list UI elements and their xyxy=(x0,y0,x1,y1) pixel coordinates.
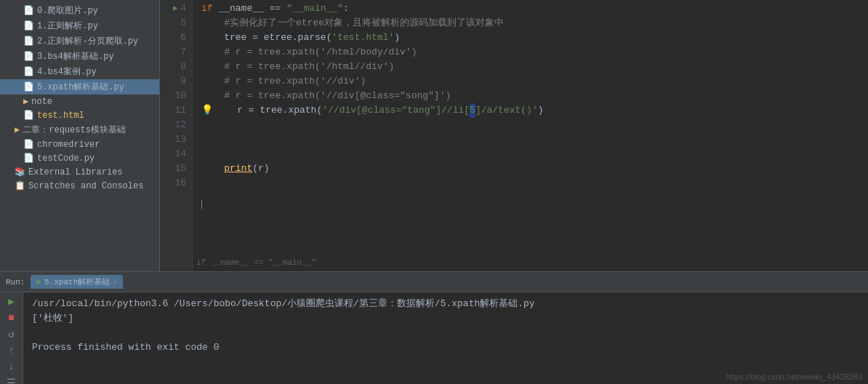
run-scroll-up-button[interactable]: ↑ xyxy=(4,345,19,356)
file-icon: 📄 xyxy=(23,139,34,150)
run-arrow-icon: ▶ xyxy=(173,1,177,16)
sidebar-item-label: 1.正则解析.py xyxy=(37,20,98,32)
sidebar: 📄 0.爬取图片.py 📄 1.正则解析.py 📄 2.正则解析-分页爬取.py… xyxy=(0,0,160,271)
code-line-12 xyxy=(201,118,868,132)
line-num-16: 16 xyxy=(166,176,186,191)
sidebar-item-label: note xyxy=(31,97,52,107)
dunder-name: __name__ xyxy=(218,1,263,16)
run-toolbar: ▶ ■ ↺ ↑ ↓ ☰ ✕ xyxy=(0,292,23,384)
py-icon: 📄 xyxy=(23,36,34,47)
sidebar-item-label: 3.bs4解析基础.py xyxy=(37,50,114,63)
main-str: "__main__" xyxy=(286,1,343,16)
py-icon: 📄 xyxy=(23,153,34,164)
code-line-8: # r = tree.xpath('/html//div') xyxy=(201,60,868,74)
py-icon: 📄 xyxy=(23,66,34,77)
output-result-line: ['杜牧'] xyxy=(32,311,859,326)
xpath-str-part1: '//div[@class="tang"]//li[ xyxy=(322,103,470,118)
sidebar-item-regex[interactable]: 📄 1.正则解析.py xyxy=(0,18,159,33)
sidebar-item-bs4-case[interactable]: 📄 4.bs4案例.py xyxy=(0,64,159,79)
sidebar-item-label: test.html xyxy=(37,111,84,121)
line-numbers: ▶ 4 5 6 7 8 9 10 11 12 13 14 15 xyxy=(160,0,193,271)
watermark: https://blog.csdn.net/weixin_43428283 xyxy=(726,372,862,381)
sidebar-item-note[interactable]: ▶ note xyxy=(0,95,159,108)
keyword-if: if xyxy=(201,1,218,16)
line-num-15: 15 xyxy=(166,161,186,176)
code-line-11: 💡 r = tree.xpath('//div[@class="tang"]//… xyxy=(201,103,868,118)
xpath-highlight: 5 xyxy=(470,103,475,118)
bottom-panel: Run: ▶ 5.xpath解析基础 ✕ ▶ ■ ↺ ↑ ↓ ☰ ✕ /usr/… xyxy=(0,271,868,384)
code-line-7: # r = tree.xpath('/html/body/div') xyxy=(201,45,868,60)
line-num-8: 8 xyxy=(166,60,186,74)
folder-icon: ▶ xyxy=(23,96,28,107)
output-blank-line xyxy=(32,326,859,340)
run-settings-button[interactable]: ☰ xyxy=(4,377,19,384)
line-num-5: 5 xyxy=(166,16,186,31)
sidebar-item-label: chromedriver xyxy=(37,140,100,150)
sidebar-item-external-libs[interactable]: 📚 External Libraries xyxy=(0,165,159,179)
comment-line7: # r = tree.xpath('/html/body/div') xyxy=(201,45,417,60)
close-tab-icon[interactable]: ✕ xyxy=(113,278,117,287)
sidebar-item-label: Scratches and Consoles xyxy=(28,181,143,191)
sidebar-item-label: 4.bs4案例.py xyxy=(37,65,97,78)
html-icon: 📄 xyxy=(23,110,34,121)
code-line-13 xyxy=(201,132,868,147)
sidebar-item-crawl-image[interactable]: 📄 0.爬取图片.py xyxy=(0,3,159,18)
sidebar-item-label: 二章：requests模块基础 xyxy=(23,124,126,136)
tab-name: 5.xpath解析基础 xyxy=(44,276,110,287)
code-line-4: if __name__ == "__main__": xyxy=(201,1,868,16)
py-icon: 📄 xyxy=(23,81,34,92)
line-num-6: 6 xyxy=(166,31,186,45)
run-stop-button[interactable]: ■ xyxy=(4,312,19,324)
code-line-16 xyxy=(201,176,868,191)
code-line-14 xyxy=(201,147,868,161)
tab-icon: ▶ xyxy=(36,277,41,287)
run-scroll-down-button[interactable]: ↓ xyxy=(4,361,19,372)
sidebar-item-bs4[interactable]: 📄 3.bs4解析基础.py xyxy=(0,49,159,64)
output-process-line: Process finished with exit code 0 xyxy=(32,340,859,355)
sidebar-item-regex2[interactable]: 📄 2.正则解析-分页爬取.py xyxy=(0,33,159,49)
code-editor: ▶ 4 5 6 7 8 9 10 11 12 13 14 15 xyxy=(160,0,868,271)
code-content[interactable]: if __name__ == "__main__": #实例化好了一个etree… xyxy=(193,0,868,271)
run-rerun-button[interactable]: ↺ xyxy=(4,328,19,340)
run-play-button[interactable]: ▶ xyxy=(4,295,19,308)
line-num-12: 12 xyxy=(166,118,186,132)
sidebar-item-chapter2[interactable]: ▶ 二章：requests模块基础 xyxy=(0,122,159,137)
equals-op: == xyxy=(264,1,286,16)
line-num-4: ▶ 4 xyxy=(166,1,186,16)
run-content: ▶ ■ ↺ ↑ ↓ ☰ ✕ /usr/local/bin/python3.6 /… xyxy=(0,292,868,384)
bulb-icon: 💡 xyxy=(201,103,213,118)
line-num-11: 11 xyxy=(166,103,186,118)
lib-icon: 📚 xyxy=(15,167,25,177)
sidebar-item-label: testCode.py xyxy=(37,153,95,164)
line-num-9: 9 xyxy=(166,74,186,89)
py-icon: 📄 xyxy=(23,51,34,62)
line-num-14: 14 xyxy=(166,147,186,161)
sidebar-item-test-html[interactable]: 📄 test.html xyxy=(0,108,159,122)
line-num-13: 13 xyxy=(166,132,186,147)
line-num-10: 10 xyxy=(166,89,186,103)
sidebar-item-label: External Libraries xyxy=(28,167,123,177)
run-tab[interactable]: ▶ 5.xpath解析基础 ✕ xyxy=(31,275,123,289)
sidebar-item-label: 0.爬取图片.py xyxy=(37,4,98,17)
run-output: /usr/local/bin/python3.6 /Users/bobo/Des… xyxy=(23,292,868,384)
test-html-str: 'test.html' xyxy=(331,31,394,45)
code-line-6: tree = etree.parse('test.html') xyxy=(201,31,868,45)
sidebar-item-xpath[interactable]: 📄 5.xpath解析基础.py xyxy=(0,79,159,95)
sidebar-item-chromedriver[interactable]: 📄 chromedriver xyxy=(0,137,159,151)
breakpoint-icon xyxy=(172,49,177,55)
xpath-str-part2: ]/a/text()' xyxy=(475,103,538,118)
comment-line9: # r = tree.xpath('//div') xyxy=(201,74,366,89)
sidebar-item-testcode[interactable]: 📄 testCode.py xyxy=(0,151,159,165)
scratches-icon: 📋 xyxy=(15,180,25,191)
line-num-7: 7 xyxy=(166,45,186,60)
sidebar-item-label: 2.正则解析-分页爬取.py xyxy=(37,35,138,47)
code-line-10: # r = tree.xpath('//div[@class="song"]') xyxy=(201,89,868,103)
cursor-area: ⎸ xyxy=(201,191,868,220)
code-tree: tree = etree.parse( xyxy=(201,31,331,45)
comment-line10: # r = tree.xpath('//div[@class="song"]') xyxy=(201,89,451,103)
run-tabs: Run: ▶ 5.xpath解析基础 ✕ xyxy=(0,272,868,292)
output-cmd-line: /usr/local/bin/python3.6 /Users/bobo/Des… xyxy=(32,297,859,311)
code-line-9: # r = tree.xpath('//div') xyxy=(201,74,868,89)
sidebar-item-scratches[interactable]: 📋 Scratches and Consoles xyxy=(0,179,159,193)
editor-footer: if __name__ == "__main__" xyxy=(196,255,316,271)
